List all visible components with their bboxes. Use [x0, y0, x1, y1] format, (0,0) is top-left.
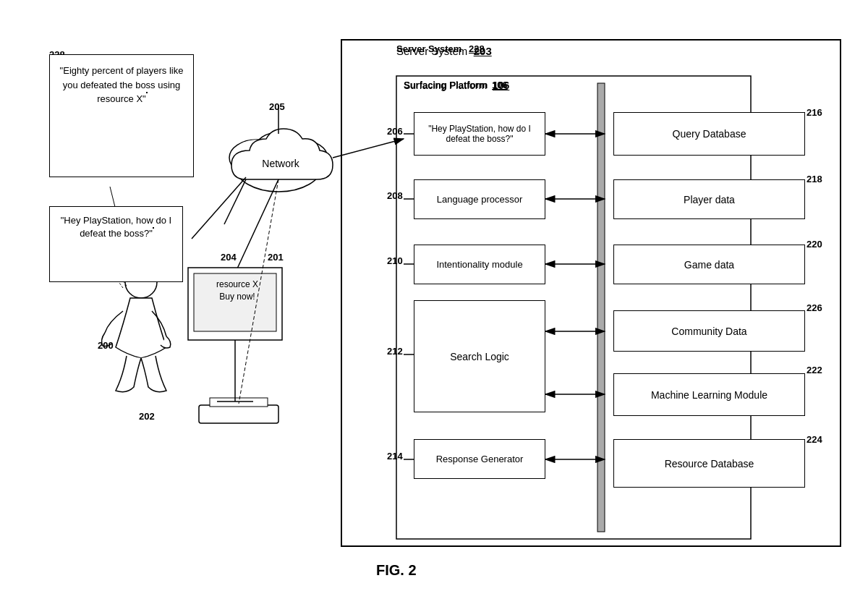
svg-line-37 — [192, 177, 246, 239]
svg-rect-2 — [597, 83, 605, 532]
ref-220: 220 — [807, 239, 822, 250]
network-label: Network — [252, 158, 310, 169]
bubble-2: "Hey PlayStation, how do I defeat the bo… — [49, 206, 183, 282]
player-data-box: Player data — [613, 179, 805, 219]
surfacing-platform-text: Surfacing Platform 106 — [404, 80, 509, 91]
ref-212: 212 — [387, 346, 403, 357]
svg-rect-31 — [199, 405, 278, 423]
search-logic-box: Search Logic — [414, 300, 545, 412]
ref-205: 205 — [269, 101, 285, 112]
server-system-text: Server System 203 — [396, 45, 492, 57]
diagram: Server System 228 Surfacing Platform 106… — [0, 0, 868, 599]
svg-point-10 — [258, 133, 299, 159]
query-database-box: Query Database — [613, 112, 805, 156]
ref-200: 200 — [98, 340, 114, 351]
svg-line-12 — [224, 179, 246, 224]
language-processor-box: Language processor — [414, 179, 545, 219]
ref-201: 201 — [268, 252, 284, 263]
svg-line-11 — [333, 139, 404, 158]
ref-226: 226 — [807, 302, 822, 313]
ref-216: 216 — [807, 107, 822, 118]
ref-218: 218 — [807, 174, 822, 184]
ml-module-box: Machine Learning Module — [613, 373, 805, 416]
ref-208: 208 — [387, 190, 403, 201]
svg-rect-32 — [210, 398, 268, 407]
ref-204: 204 — [221, 252, 237, 263]
fig-label: FIG. 2 — [376, 562, 417, 579]
community-data-box: Community Data — [613, 310, 805, 352]
resource-database-box: Resource Database — [613, 439, 805, 488]
bubble-1: "Eighty percent of players like you defe… — [49, 54, 194, 177]
ref-224: 224 — [807, 434, 822, 445]
intentionality-module-box: Intentionality module — [414, 245, 545, 284]
game-data-box: Game data — [613, 245, 805, 284]
ref-222: 222 — [807, 365, 822, 375]
query-input-box: "Hey PlayStation, how do I defeat the bo… — [414, 112, 545, 156]
ref-210: 210 — [387, 255, 403, 266]
ref-214: 214 — [387, 451, 403, 462]
ref-202: 202 — [139, 411, 155, 422]
ref-206b: 206 — [387, 126, 403, 137]
response-generator-box: Response Generator — [414, 439, 545, 479]
screen-text: resource XBuy now! — [201, 279, 273, 303]
